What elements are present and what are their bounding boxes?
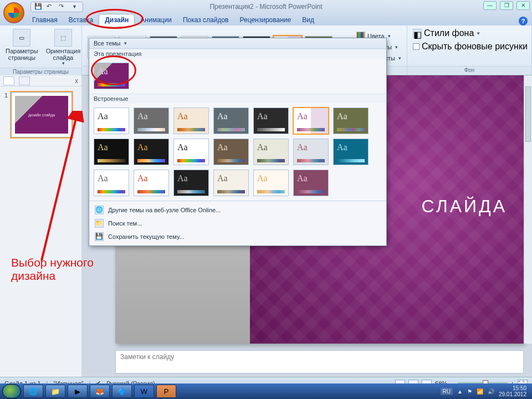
close-button[interactable]: ✕ xyxy=(516,1,530,10)
theme-swatch xyxy=(337,128,365,131)
notes-pane[interactable]: Заметки к слайду xyxy=(115,350,524,374)
theme-sample-text: Aa xyxy=(177,111,188,121)
theme-swatch xyxy=(217,159,245,162)
office-button[interactable] xyxy=(3,2,24,23)
tab-review[interactable]: Рецензирование xyxy=(234,14,297,25)
theme-swatch xyxy=(217,128,245,131)
tray-volume-icon[interactable]: 🔊 xyxy=(488,388,494,395)
slide-thumbnail[interactable]: дизайн слайда xyxy=(11,92,72,137)
theme-sample-text: Aa xyxy=(337,111,347,121)
theme-swatch xyxy=(137,190,165,193)
theme-swatch xyxy=(297,159,325,162)
minimize-button[interactable]: — xyxy=(483,1,497,10)
redo-icon[interactable]: ↷ xyxy=(59,3,66,11)
theme-item[interactable]: Aa xyxy=(293,170,329,196)
close-panel-icon[interactable]: x xyxy=(75,77,78,85)
save-current-theme[interactable]: 💾Сохранить текущую тему... xyxy=(89,230,386,243)
taskbar-mediaplayer-icon[interactable]: ▶ xyxy=(68,385,88,398)
theme-item[interactable]: Aa xyxy=(253,108,289,134)
theme-item[interactable]: Aa xyxy=(253,170,289,196)
tab-design[interactable]: Дизайн xyxy=(99,14,135,25)
quick-access-toolbar: 💾 ↶ ↷ ▼ xyxy=(30,2,83,12)
theme-item[interactable]: Aa xyxy=(293,108,329,134)
taskbar-app-icon[interactable]: 🔷 xyxy=(112,385,132,398)
theme-sample-text: Aa xyxy=(98,173,108,183)
taskbar-word-icon[interactable]: W xyxy=(134,385,154,398)
tab-insert[interactable]: Вставка xyxy=(63,14,99,25)
theme-sample-text: Aa xyxy=(137,111,148,121)
taskbar-firefox-icon[interactable]: 🦊 xyxy=(90,385,110,398)
theme-sample-text: Aa xyxy=(217,111,228,121)
orientation-icon: ⬚ xyxy=(54,29,72,47)
theme-item[interactable]: Aa xyxy=(293,139,329,165)
theme-sample-text: Aa xyxy=(98,142,108,152)
theme-item[interactable]: Aa xyxy=(173,170,209,196)
help-icon[interactable]: ? xyxy=(519,17,528,25)
gallery-section-this: Эта презентация xyxy=(89,49,386,58)
browse-themes[interactable]: 📁Поиск тем... xyxy=(89,217,386,230)
theme-item[interactable]: Aa xyxy=(134,108,169,134)
theme-swatch xyxy=(297,190,325,193)
background-styles-button[interactable]: ◧Стили фона▾ xyxy=(411,28,482,39)
slides-tab-icon[interactable] xyxy=(3,76,14,85)
theme-sample-text: Aa xyxy=(137,173,148,183)
theme-item[interactable]: Aa xyxy=(94,108,129,134)
window-title: Презентация2 - Microsoft PowerPoint xyxy=(209,3,322,11)
tray-language[interactable]: RU xyxy=(441,388,453,395)
tray-clock[interactable]: 15:50 29.01.2012 xyxy=(499,385,526,397)
undo-icon[interactable]: ↶ xyxy=(47,3,54,11)
taskbar-explorer-icon[interactable]: 📁 xyxy=(45,385,65,398)
theme-item[interactable]: Aa xyxy=(213,108,249,134)
theme-item[interactable]: Aa xyxy=(173,139,209,165)
tray-network-icon[interactable]: 📶 xyxy=(477,388,483,395)
folder-icon: 📁 xyxy=(95,219,104,228)
gallery-header[interactable]: Все темы▾ xyxy=(89,38,386,49)
theme-swatch xyxy=(177,159,205,162)
start-button[interactable] xyxy=(2,384,21,398)
tray-flag-icon[interactable]: ▲ xyxy=(457,388,463,395)
tab-home[interactable]: Главная xyxy=(27,14,63,25)
theme-item[interactable]: Aa xyxy=(94,170,129,196)
qat-dropdown-icon[interactable]: ▼ xyxy=(72,4,77,9)
gallery-section-builtin: Встроенные xyxy=(89,94,386,103)
theme-item[interactable]: Aa xyxy=(134,170,169,196)
theme-item-current[interactable]: Aa xyxy=(94,63,129,89)
theme-swatch xyxy=(177,128,205,131)
more-themes-online[interactable]: 🌐Другие темы на веб-узле Office Online..… xyxy=(89,203,386,217)
theme-item[interactable]: Aa xyxy=(333,108,369,134)
page-setup-button[interactable]: ▭ Параметры страницы xyxy=(3,28,40,62)
theme-item[interactable]: Aa xyxy=(173,108,209,134)
theme-item[interactable]: Aa xyxy=(253,139,289,165)
theme-item[interactable]: Aa xyxy=(333,139,369,165)
tab-animations[interactable]: Анимации xyxy=(135,14,177,25)
group-pagesetup-label: Параметры страницы xyxy=(0,68,81,75)
theme-item[interactable]: Aa xyxy=(134,139,169,165)
tab-slideshow[interactable]: Показ слайдов xyxy=(177,14,234,25)
taskbar-powerpoint-icon[interactable]: P xyxy=(156,385,176,398)
windows-taskbar: 🌐 📁 ▶ 🦊 🔷 W P RU ▲ ⚑ 📶 🔊 15:50 29.01.201… xyxy=(0,383,532,399)
theme-swatch xyxy=(137,159,165,162)
theme-item[interactable]: Aa xyxy=(213,139,249,165)
outline-tab-icon[interactable] xyxy=(19,76,30,85)
slide-title-text: СЛАЙДА xyxy=(422,196,507,217)
theme-swatch xyxy=(257,128,285,131)
page-setup-label: Параметры страницы xyxy=(6,48,38,61)
hide-bg-checkbox[interactable]: Скрыть фоновые рисунки xyxy=(411,41,530,52)
maximize-button[interactable]: ❐ xyxy=(500,1,513,10)
save-icon[interactable]: 💾 xyxy=(34,3,42,11)
vertical-scrollbar[interactable] xyxy=(524,75,532,344)
slide-orientation-button[interactable]: ⬚ Ориентация слайда ▾ xyxy=(44,28,83,68)
slides-panel: x 1 дизайн слайда xyxy=(0,75,82,377)
theme-sample-text: Aa xyxy=(337,142,347,152)
theme-sample-text: Aa xyxy=(297,111,308,121)
theme-sample-text: Aa xyxy=(217,173,228,183)
theme-sample-text: Aa xyxy=(98,111,108,121)
taskbar-ie-icon[interactable]: 🌐 xyxy=(23,385,43,398)
slide-number: 1 xyxy=(4,92,8,137)
page-setup-icon: ▭ xyxy=(13,29,30,47)
theme-item[interactable]: Aa xyxy=(213,170,249,196)
theme-item[interactable]: Aa xyxy=(94,139,129,165)
tab-view[interactable]: Вид xyxy=(296,14,320,25)
tray-action-center-icon[interactable]: ⚑ xyxy=(467,388,472,395)
theme-sample-text: Aa xyxy=(257,173,268,183)
